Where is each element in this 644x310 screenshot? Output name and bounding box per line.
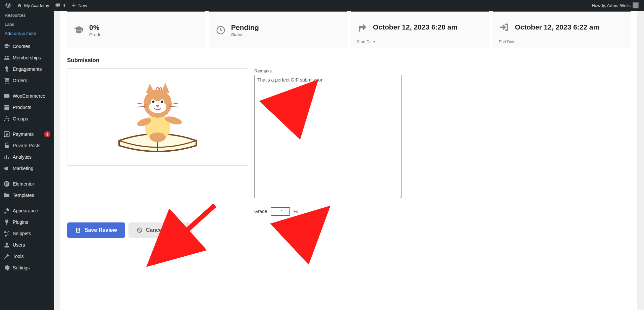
grade-input[interactable] <box>271 207 290 216</box>
sidebar-item-woocommerce[interactable]: WooCommerce <box>0 90 54 102</box>
plug-icon <box>3 219 10 225</box>
sidebar-item-label: Appearance <box>13 208 50 213</box>
sidebar-item-orders[interactable]: Orders <box>0 75 54 86</box>
submission-image <box>112 73 203 161</box>
grade-icon <box>73 24 85 36</box>
sidebar-item-label: Plugins <box>13 219 50 225</box>
sidebar-item-label: Templates <box>13 193 50 198</box>
svg-rect-5 <box>6 183 8 183</box>
sidebar-item-analytics[interactable]: Analytics <box>0 151 54 163</box>
status-icon <box>215 24 226 36</box>
sidebar-badge: 1 <box>44 131 50 137</box>
dollar-icon: $ <box>3 131 10 138</box>
cart-icon <box>3 77 10 84</box>
sidebar-item-templates[interactable]: Templates <box>0 190 54 201</box>
grade-suffix: % <box>293 209 298 214</box>
users-icon <box>3 54 10 61</box>
sidebar-item-label: WooCommerce <box>13 93 50 99</box>
card-end-date: October 12, 2023 6:22 am End Date <box>493 11 631 48</box>
sidebar-item-label: Users <box>13 242 50 248</box>
status-label: Status <box>231 32 259 37</box>
gear-icon <box>3 264 10 271</box>
start-icon <box>357 21 368 33</box>
person-icon <box>3 242 10 248</box>
comments-link[interactable]: 0 <box>52 0 67 11</box>
cancel-review-button[interactable]: Cancel Review <box>128 222 192 238</box>
svg-text:$: $ <box>6 132 8 136</box>
lock-icon <box>3 142 10 149</box>
megaphone-icon <box>3 165 10 172</box>
section-title: Submission <box>67 57 631 64</box>
sidebar-item-plugins[interactable]: Plugins <box>0 216 54 228</box>
new-label: New <box>78 3 87 8</box>
wordpress-icon <box>5 3 11 8</box>
sidebar-item-elementor[interactable]: Elementor <box>0 178 54 190</box>
sidebar-item-label: Snippets <box>13 231 50 236</box>
sidebar-item-private-posts[interactable]: Private Posts <box>0 140 54 151</box>
sidebar-subitem[interactable]: Resources <box>0 11 54 20</box>
sidebar-item-label: Tools <box>13 254 50 259</box>
sidebar-item-products[interactable]: Products <box>0 102 54 113</box>
sidebar-item-marketing[interactable]: Marketing <box>0 163 54 174</box>
howdy-link[interactable]: Howdy, Arthur Wells <box>589 0 641 11</box>
sidebar-item-memberships[interactable]: Memberships <box>0 52 54 63</box>
svg-rect-0 <box>4 94 10 98</box>
sidebar-item-payments[interactable]: $Payments1 <box>0 128 54 140</box>
sidebar-item-courses[interactable]: Courses <box>0 41 54 52</box>
folder-icon <box>3 192 10 199</box>
status-value: Pending <box>231 23 259 32</box>
sidebar-item-appearance[interactable]: Appearance <box>0 205 54 216</box>
remarks-label: Remarks <box>254 68 631 73</box>
cap-icon <box>3 43 10 50</box>
comments-count: 0 <box>62 3 65 8</box>
site-link[interactable]: My Academy <box>14 0 52 11</box>
sidebar-item-label: Engagements <box>13 66 50 72</box>
sidebar-item-snippets[interactable]: Snippets <box>0 228 54 239</box>
archive-icon <box>3 104 10 111</box>
admin-sidebar: ResourcesLabsAdd-ons & moreCoursesMember… <box>0 11 54 310</box>
sidebar-item-label: Elementor <box>13 181 50 187</box>
brush-icon <box>3 207 10 214</box>
sidebar-subitem[interactable]: Labs <box>0 20 54 29</box>
site-name: My Academy <box>24 3 49 8</box>
sidebar-subitem[interactable]: Add-ons & more <box>0 29 54 38</box>
wrench-icon <box>3 253 10 260</box>
sidebar-item-settings[interactable]: Settings <box>0 262 54 273</box>
sidebar-item-users[interactable]: Users <box>0 239 54 251</box>
admin-bar: My Academy 0 New Howdy, Arthur Wells <box>0 0 644 11</box>
summary-cards: 0% Grade Pending Status October 12, 20 <box>67 11 631 48</box>
svg-rect-7 <box>6 185 8 186</box>
svg-line-21 <box>138 229 141 232</box>
save-review-button[interactable]: Save Review <box>67 222 125 238</box>
sidebar-item-tools[interactable]: Tools <box>0 251 54 262</box>
comment-icon <box>55 3 60 8</box>
svg-point-18 <box>161 101 163 103</box>
howdy-text: Howdy, Arthur Wells <box>592 3 631 8</box>
chart-icon <box>3 154 10 160</box>
end-value: October 12, 2023 6:22 am <box>515 23 599 31</box>
woo-icon <box>3 93 10 99</box>
svg-rect-6 <box>6 184 8 184</box>
sidebar-item-label: Products <box>13 105 50 110</box>
grade-input-label: Grade <box>254 209 267 214</box>
card-status: Pending Status <box>209 11 347 48</box>
grade-value: 0% <box>89 23 101 32</box>
save-icon <box>75 227 81 233</box>
start-value: October 12, 2023 6:20 am <box>373 23 458 31</box>
svg-point-16 <box>152 101 155 103</box>
cancel-label: Cancel Review <box>146 227 183 233</box>
new-link[interactable]: New <box>68 0 90 11</box>
sidebar-item-label: Payments <box>13 132 42 137</box>
elementor-icon <box>3 180 10 187</box>
sidebar-item-label: Courses <box>13 44 50 49</box>
wp-logo[interactable] <box>3 0 13 11</box>
sitemap-icon <box>3 115 10 122</box>
scissors-icon <box>3 230 10 237</box>
sidebar-item-label: Groups <box>13 116 50 121</box>
award-icon <box>3 66 10 72</box>
card-grade: 0% Grade <box>67 11 205 48</box>
remarks-input[interactable] <box>254 75 402 198</box>
sidebar-item-engagements[interactable]: Engagements <box>0 63 54 75</box>
sidebar-item-label: Marketing <box>13 166 50 171</box>
sidebar-item-groups[interactable]: Groups <box>0 113 54 124</box>
